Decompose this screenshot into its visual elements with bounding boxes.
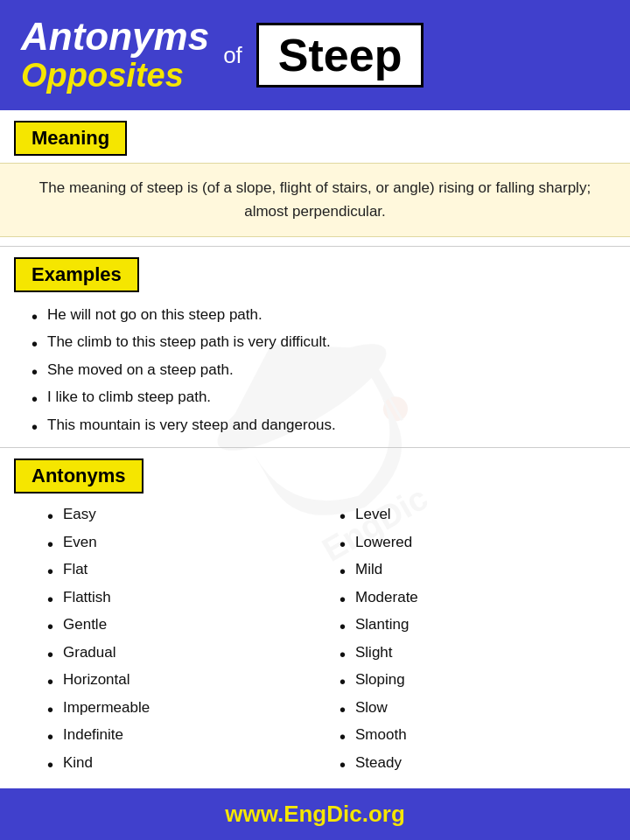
antonym-item: Flat xyxy=(47,556,324,584)
antonym-item: Horizontal xyxy=(47,666,324,694)
antonym-item: Indefinite xyxy=(47,721,324,749)
example-item: I like to climb steep path. xyxy=(32,383,609,411)
antonyms-section: Antonyms EasyEvenFlatFlattishGentleGradu… xyxy=(0,448,630,794)
antonym-item: Moderate xyxy=(340,584,616,612)
examples-section: Examples He will not go on this steep pa… xyxy=(0,247,630,448)
header-title-sub: Opposites xyxy=(21,58,209,94)
antonym-item: Easy xyxy=(47,500,324,528)
antonym-item: Even xyxy=(47,528,324,556)
antonym-item: Kind xyxy=(47,749,324,777)
header-word: Steep xyxy=(278,30,402,80)
antonym-item: Smooth xyxy=(340,721,616,749)
antonyms-label: Antonyms xyxy=(14,458,144,494)
example-item: She moved on a steep path. xyxy=(32,356,609,384)
antonym-item: Gentle xyxy=(47,611,324,639)
footer: www.EngDic.org xyxy=(0,788,630,840)
examples-list: He will not go on this steep path.The cl… xyxy=(0,292,630,443)
footer-url-prefix: www. xyxy=(225,801,284,827)
example-item: The climb to this steep path is very dif… xyxy=(32,328,609,356)
header-title-main: Antonyms xyxy=(21,16,209,58)
antonym-item: Lowered xyxy=(340,528,616,556)
antonym-item: Impermeable xyxy=(47,694,324,722)
antonym-item: Sloping xyxy=(340,666,616,694)
antonym-item: Slight xyxy=(340,639,616,667)
meaning-text: The meaning of steep is (of a slope, fli… xyxy=(0,163,630,236)
antonym-item: Slanting xyxy=(340,611,616,639)
antonym-item: Slow xyxy=(340,694,616,722)
antonyms-grid: EasyEvenFlatFlattishGentleGradualHorizon… xyxy=(0,494,630,785)
antonym-item: Steady xyxy=(340,749,616,777)
example-item: He will not go on this steep path. xyxy=(32,301,609,329)
footer-url-brand: EngDic xyxy=(284,801,362,827)
antonyms-col2: LevelLoweredMildModerateSlantingSlightSl… xyxy=(324,500,616,776)
antonyms-col1: EasyEvenFlatFlattishGentleGradualHorizon… xyxy=(32,500,324,776)
example-item: This mountain is very steep and dangerou… xyxy=(32,411,609,439)
antonym-item: Gradual xyxy=(47,639,324,667)
header-word-box: Steep xyxy=(256,23,424,88)
antonyms-list-col2: LevelLoweredMildModerateSlantingSlightSl… xyxy=(324,500,616,776)
antonyms-list-col1: EasyEvenFlatFlattishGentleGradualHorizon… xyxy=(32,500,324,776)
meaning-section: Meaning The meaning of steep is (of a sl… xyxy=(0,110,630,245)
meaning-label: Meaning xyxy=(14,121,127,156)
footer-url-suffix: .org xyxy=(362,801,405,827)
header-of-text: of xyxy=(223,42,242,69)
header-left: Antonyms Opposites xyxy=(21,16,209,94)
antonym-item: Level xyxy=(340,500,616,528)
footer-url: www.EngDic.org xyxy=(225,801,405,827)
antonym-item: Flattish xyxy=(47,584,324,612)
antonym-item: Mild xyxy=(340,556,616,584)
header: Antonyms Opposites of Steep xyxy=(0,0,630,110)
examples-label: Examples xyxy=(14,257,139,292)
